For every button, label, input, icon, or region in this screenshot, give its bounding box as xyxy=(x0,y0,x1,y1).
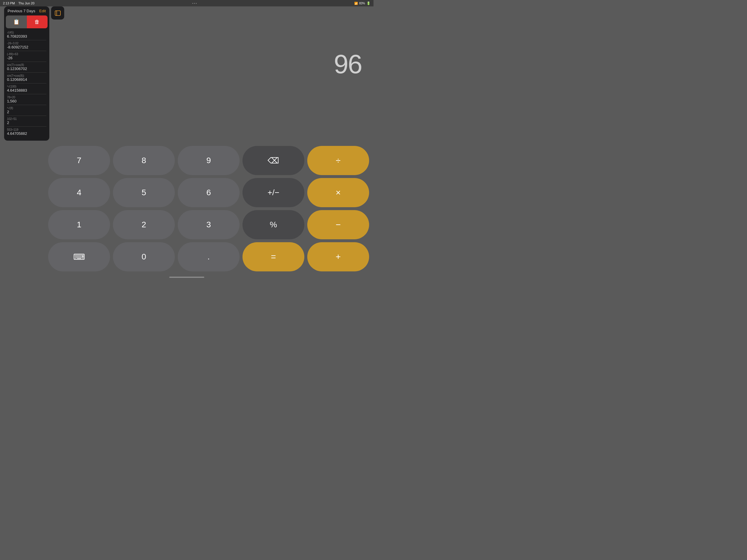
battery-icon: 🔋 xyxy=(366,1,370,5)
current-value: 96 xyxy=(334,49,362,79)
history-expr: ³√(100) xyxy=(7,85,46,88)
main-display: 96 xyxy=(0,6,374,82)
key-multiply[interactable]: × xyxy=(307,178,369,207)
key-decimal[interactable]: . xyxy=(178,242,239,272)
status-date: Thu Jun 20 xyxy=(18,1,34,5)
key-6[interactable]: 6 xyxy=(178,178,239,207)
key-keyboard[interactable]: ⌨ xyxy=(48,242,110,272)
dot-3 xyxy=(196,3,197,4)
key-5[interactable]: 5 xyxy=(113,178,175,207)
dot-1 xyxy=(192,3,193,4)
key-9[interactable]: 9 xyxy=(178,146,239,175)
history-expr: 553÷119 xyxy=(7,128,46,131)
key-subtract[interactable]: − xyxy=(307,210,369,239)
history-item[interactable]: 102÷51 2 xyxy=(7,116,46,127)
battery-level: 83% xyxy=(359,2,365,5)
key-0[interactable]: 0 xyxy=(113,242,175,272)
history-item[interactable]: 553÷119 4.64705882 xyxy=(7,127,46,137)
key-backspace[interactable]: ⌫ xyxy=(242,146,304,175)
dot-2 xyxy=(194,3,195,4)
history-result: 2 xyxy=(7,110,46,114)
key-divide[interactable]: ÷ xyxy=(307,146,369,175)
history-expr: 102÷51 xyxy=(7,117,46,121)
key-8[interactable]: 8 xyxy=(113,146,175,175)
key-3[interactable]: 3 xyxy=(178,210,239,239)
history-result: 4.64158883 xyxy=(7,88,46,93)
key-negate[interactable]: +/− xyxy=(242,178,304,207)
history-item[interactable]: ³√(8) 2 xyxy=(7,105,46,116)
status-bar: 2:13 PM Thu Jun 20 📶 83% 🔋 xyxy=(0,0,374,6)
key-equals[interactable]: = xyxy=(242,242,304,272)
wifi-icon: 📶 xyxy=(354,2,358,5)
key-4[interactable]: 4 xyxy=(48,178,110,207)
key-2[interactable]: 2 xyxy=(113,210,175,239)
key-add[interactable]: + xyxy=(307,242,369,272)
status-time-date: 2:13 PM Thu Jun 20 xyxy=(3,1,34,5)
status-time: 2:13 PM xyxy=(3,1,15,5)
history-expr: ³√(8) xyxy=(7,106,46,110)
status-indicators: 📶 83% 🔋 xyxy=(354,1,370,5)
history-result: 4.64705882 xyxy=(7,131,46,136)
key-7[interactable]: 7 xyxy=(48,146,110,175)
history-result: 1,560 xyxy=(7,99,46,103)
keypad: 789⌫÷456+/−×123%−⌨0.=+ xyxy=(48,146,369,272)
key-percent[interactable]: % xyxy=(242,210,304,239)
history-expr: 78×20 xyxy=(7,96,46,99)
history-result: 2 xyxy=(7,121,46,125)
status-dots xyxy=(192,3,197,4)
history-item[interactable]: 78×20 1,560 xyxy=(7,94,46,105)
key-1[interactable]: 1 xyxy=(48,210,110,239)
history-item[interactable]: ³√(100) 4.64158883 xyxy=(7,83,46,94)
home-indicator xyxy=(169,277,204,278)
